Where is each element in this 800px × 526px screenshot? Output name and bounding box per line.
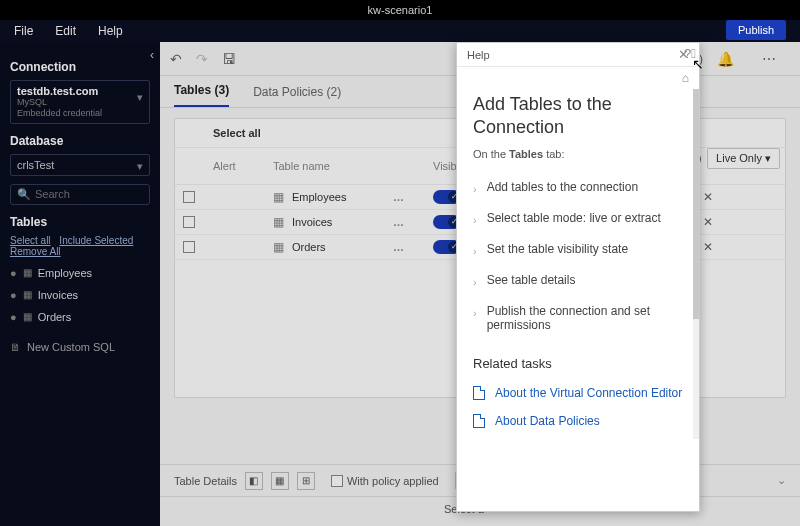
scrollbar-thumb[interactable] <box>693 89 699 319</box>
home-icon[interactable]: ⌂ <box>682 71 689 89</box>
help-panel: Help ✕ ⌂ Add Tables to the Connection On… <box>456 42 700 512</box>
chevron-right-icon: › <box>473 214 477 226</box>
document-icon <box>473 414 485 428</box>
chevron-right-icon: › <box>473 276 477 288</box>
menu-bar: File Edit Help Publish <box>0 20 800 42</box>
scrollbar[interactable] <box>693 89 699 439</box>
document-icon <box>473 386 485 400</box>
chevron-right-icon: › <box>473 183 477 195</box>
menu-help[interactable]: Help <box>98 24 123 38</box>
window-title: kw-scenario1 <box>368 4 433 16</box>
publish-button[interactable]: Publish <box>726 20 786 40</box>
help-icon[interactable]: ?⃝ <box>684 46 696 61</box>
help-title: Add Tables to the Connection <box>473 93 683 138</box>
help-header: Help <box>467 49 490 61</box>
help-item[interactable]: ›Select table mode: live or extract <box>473 203 683 234</box>
menu-edit[interactable]: Edit <box>55 24 76 38</box>
related-tasks-label: Related tasks <box>473 356 683 371</box>
help-item[interactable]: ›Add tables to the connection <box>473 172 683 203</box>
chevron-right-icon: › <box>473 307 477 319</box>
help-link[interactable]: About the Virtual Connection Editor <box>473 379 683 407</box>
menu-file[interactable]: File <box>14 24 33 38</box>
help-item[interactable]: ›Publish the connection and set permissi… <box>473 296 683 340</box>
title-bar: kw-scenario1 <box>0 0 800 20</box>
help-item[interactable]: ›See table details <box>473 265 683 296</box>
help-item[interactable]: ›Set the table visibility state <box>473 234 683 265</box>
help-link[interactable]: About Data Policies <box>473 407 683 435</box>
chevron-right-icon: › <box>473 245 477 257</box>
help-subtitle: On the Tables tab: <box>473 148 683 160</box>
